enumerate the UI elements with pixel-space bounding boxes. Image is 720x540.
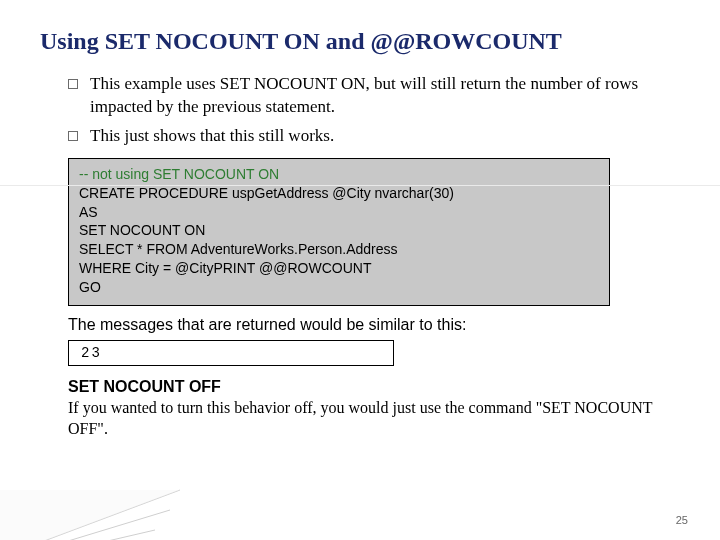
code-line: SELECT * FROM AdventureWorks.Person.Addr… [79,240,599,259]
bullet-square-icon [68,79,78,89]
code-line: SET NOCOUNT ON [79,221,599,240]
code-block: -- not using SET NOCOUNT ON CREATE PROCE… [68,158,610,306]
svg-line-1 [0,510,170,540]
svg-line-0 [0,490,180,540]
messages-intro: The messages that are returned would be … [68,316,680,334]
bullet-item: This just shows that this still works. [68,125,680,148]
page-number: 25 [676,514,688,526]
body-text: If you wanted to turn this behavior off,… [68,398,680,440]
code-line: AS [79,203,599,222]
subheading: SET NOCOUNT OFF [68,378,680,396]
bullet-item: This example uses SET NOCOUNT ON, but wi… [68,73,680,119]
svg-marker-5 [0,490,180,540]
bullet-square-icon [68,131,78,141]
code-line: GO [79,278,599,297]
slide-title: Using SET NOCOUNT ON and @@ROWCOUNT [40,28,680,55]
svg-line-2 [0,530,155,540]
bullet-text: This example uses SET NOCOUNT ON, but wi… [90,73,680,119]
result-output-box: 23 [68,340,394,366]
bullet-text: This just shows that this still works. [90,125,334,148]
code-line: WHERE City = @CityPRINT @@ROWCOUNT [79,259,599,278]
bullet-list: This example uses SET NOCOUNT ON, but wi… [68,73,680,148]
divider-line [0,185,720,186]
code-comment: -- not using SET NOCOUNT ON [79,165,599,184]
result-value: 23 [81,345,102,361]
slide: Using SET NOCOUNT ON and @@ROWCOUNT This… [0,0,720,540]
code-line: CREATE PROCEDURE uspGetAddress @City nva… [79,184,599,203]
corner-decoration-icon [0,460,180,540]
